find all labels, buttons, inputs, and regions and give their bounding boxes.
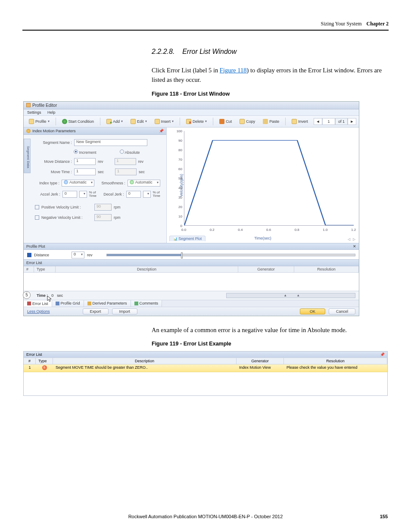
paste-button[interactable]: Paste: [260, 118, 282, 125]
section-heading: 2.2.2.8. Error List Window: [152, 48, 389, 56]
gear-icon: [26, 129, 31, 133]
col-gen: Generator: [238, 266, 294, 272]
segment-plot-nav[interactable]: ◁ ▷: [348, 237, 356, 241]
menu-bar: Settings Help: [24, 109, 359, 116]
chart-ytick: 90: [176, 139, 182, 143]
separator: [100, 118, 100, 125]
chart-ytick: 10: [176, 215, 182, 218]
toolbar: Profile Start Condition Add Edit Insert …: [24, 116, 359, 128]
heading-number: 2.2.2.8.: [152, 48, 174, 55]
ok-button[interactable]: OK: [300, 308, 325, 314]
edit-icon: [131, 119, 136, 124]
import-button[interactable]: Import: [112, 308, 138, 314]
index-type-dropdown[interactable]: Automatic: [62, 180, 94, 187]
start-condition-button[interactable]: Start Condition: [59, 118, 97, 125]
radio-icon: [74, 149, 78, 154]
unit-label: rpm: [114, 205, 121, 209]
smoothness-dropdown[interactable]: Automatic: [128, 180, 160, 187]
cancel-button[interactable]: Cancel: [329, 308, 355, 314]
insert-button[interactable]: Insert: [152, 118, 177, 125]
segment-name-field[interactable]: New Segment: [74, 139, 147, 146]
chart-panel: Velocity(rpm) Time(sec) Segment Plot ◁ ▷…: [167, 128, 359, 243]
chart-xlabel: Time(sec): [254, 236, 271, 240]
add-button[interactable]: Add: [104, 118, 125, 125]
tab-profile-grid[interactable]: Profile Grid: [52, 300, 84, 307]
figure-link[interactable]: Figure 118: [220, 67, 247, 74]
less-options-link[interactable]: Less Options: [27, 309, 50, 314]
window-title: Profile Editor: [32, 103, 57, 108]
nav-prev-button[interactable]: ◄: [314, 118, 322, 125]
comments-icon: [134, 302, 138, 305]
sidebar-tab-segment-data[interactable]: Segment Data: [24, 139, 31, 173]
nav-of-label: of 1: [335, 118, 348, 125]
close-icon[interactable]: ✕: [353, 244, 356, 249]
chart-xtick: 1.0: [323, 228, 327, 232]
delete-button[interactable]: Delete: [184, 118, 209, 125]
pin-icon[interactable]: 📌: [159, 129, 164, 133]
separator: [56, 118, 56, 125]
menu-help[interactable]: Help: [47, 110, 56, 115]
invert-button[interactable]: Invert: [289, 118, 311, 125]
increment-radio[interactable]: Increment: [74, 149, 97, 155]
pin-icon[interactable]: 📌: [380, 352, 385, 357]
tab-comments[interactable]: Comments: [131, 300, 162, 307]
decel-jerk-field[interactable]: 0: [126, 191, 141, 198]
accel-jerk-field[interactable]: 0: [62, 191, 77, 198]
window-titlebar[interactable]: Profile Editor: [24, 102, 359, 109]
radio-icon: [120, 149, 124, 154]
menu-settings[interactable]: Settings: [27, 110, 41, 115]
error-list-empty-body: [24, 273, 359, 291]
chart-xtick: 0.0: [181, 228, 186, 232]
plot-slider[interactable]: [106, 254, 355, 256]
profile-button[interactable]: Profile: [26, 118, 52, 125]
nav-current-field[interactable]: 1: [322, 118, 335, 125]
plot-value-dropdown[interactable]: 0: [72, 252, 84, 258]
copy-button[interactable]: Copy: [237, 118, 258, 125]
chart-ytick: 100: [176, 129, 182, 133]
pos-vel-checkbox[interactable]: [35, 205, 39, 209]
unit-label: rpm: [114, 215, 121, 220]
legend-color-icon: [27, 253, 31, 257]
decel-jerk-unit-dropdown[interactable]: [143, 191, 151, 198]
profile-editor-window: Profile Editor Settings Help Profile Sta…: [23, 101, 359, 316]
move-time-field[interactable]: 1: [74, 168, 96, 175]
invert-icon: [292, 119, 297, 124]
neg-vel-field: 90: [94, 214, 112, 221]
move-distance-field[interactable]: 1: [74, 158, 96, 165]
abs-time-field: 1: [115, 168, 137, 175]
segment-plot-tab[interactable]: Segment Plot: [169, 236, 206, 241]
callout-5: 5: [23, 291, 31, 299]
col-type: Type: [36, 358, 53, 364]
panel-title: Index Motion Parameters: [32, 129, 76, 133]
cell-desc: Segment MOVE TIME should be greater than…: [53, 364, 237, 372]
chart-xtick: 0.4: [238, 228, 243, 232]
tab-derived-parameters[interactable]: Derived Parameters: [84, 300, 131, 307]
automatic-icon: [130, 180, 134, 184]
index-type-label: Index type :: [35, 181, 59, 185]
chart-ytick: 0: [176, 224, 182, 228]
error-list-columns: # Type Description Generator Resolution: [24, 358, 387, 364]
time-label: Time :: [37, 293, 48, 298]
col-gen: Generator: [237, 358, 284, 364]
running-header: Sizing Your System Chapter 2: [22, 21, 389, 27]
cut-button[interactable]: Cut: [217, 118, 234, 125]
absolute-radio[interactable]: Absolute: [120, 149, 140, 155]
cell-gen: Index Motion View: [237, 364, 284, 372]
error-list-columns: # Type Description Generator Resolution: [24, 266, 359, 273]
page-number: 155: [380, 514, 388, 519]
export-button[interactable]: Export: [83, 308, 109, 314]
accel-jerk-unit-dropdown[interactable]: [79, 191, 87, 198]
separator: [285, 118, 286, 125]
edit-button[interactable]: Edit: [128, 118, 149, 125]
time-scrollbar[interactable]: [226, 293, 355, 298]
error-list-window: Error List 📌 # Type Description Generato…: [23, 351, 388, 396]
slider-thumb-icon[interactable]: [181, 252, 183, 258]
col-desc: Description: [56, 266, 238, 272]
error-row[interactable]: 1 Segment MOVE TIME should be greater th…: [24, 364, 387, 372]
neg-vel-checkbox[interactable]: [35, 215, 39, 220]
delete-icon: [186, 119, 191, 124]
chart-ytick: 70: [176, 158, 182, 162]
profile-plot-body: Distance 0 rev: [24, 250, 359, 259]
nav-next-button[interactable]: ►: [348, 118, 356, 125]
unit-label: rev: [87, 253, 93, 257]
